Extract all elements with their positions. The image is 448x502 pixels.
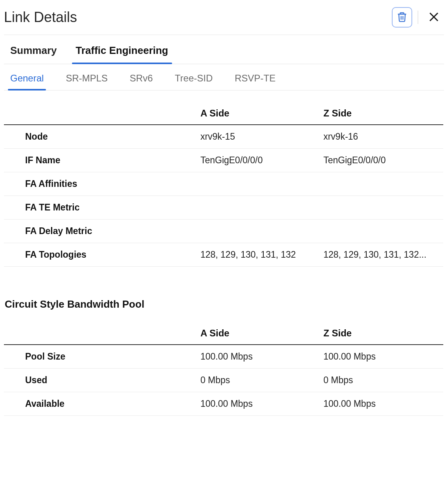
- table-header-row: A Side Z Side: [4, 102, 443, 125]
- cell-node-z: xrv9k-16: [320, 125, 443, 149]
- cell-fa-delay-metric-a: [197, 220, 320, 243]
- table-row: FA Affinities: [4, 172, 443, 196]
- table-row: Node xrv9k-15 xrv9k-16: [4, 125, 443, 149]
- table-header-z-side: Z Side: [320, 322, 443, 345]
- table-row: FA Topologies 128, 129, 130, 131, 132 12…: [4, 243, 443, 267]
- close-button[interactable]: [424, 7, 444, 28]
- secondary-tabs: General SR-MPLS SRv6 Tree-SID RSVP-TE: [4, 64, 444, 90]
- row-label-used: Used: [4, 369, 197, 392]
- row-label-fa-te-metric: FA TE Metric: [4, 196, 197, 220]
- page-title: Link Details: [4, 9, 77, 26]
- cell-used-a: 0 Mbps: [197, 369, 320, 392]
- panel-header: Link Details: [4, 4, 444, 35]
- table-row: Available 100.00 Mbps 100.00 Mbps: [4, 392, 443, 416]
- table-row: IF Name TenGigE0/0/0/0 TenGigE0/0/0/0: [4, 149, 443, 172]
- table-header-empty: [4, 322, 197, 345]
- cell-fa-topologies-z: 128, 129, 130, 131, 132...: [320, 243, 443, 267]
- cell-fa-te-metric-a: [197, 196, 320, 220]
- header-actions: [392, 7, 444, 28]
- main-properties-table: A Side Z Side Node xrv9k-15 xrv9k-16 IF …: [4, 102, 443, 267]
- close-icon: [428, 11, 440, 24]
- vertical-divider: [418, 11, 418, 24]
- trash-icon: [397, 11, 408, 24]
- cell-used-z: 0 Mbps: [320, 369, 443, 392]
- cell-fa-affinities-a: [197, 172, 320, 196]
- row-label-fa-delay-metric: FA Delay Metric: [4, 220, 197, 243]
- table-header-row: A Side Z Side: [4, 322, 443, 345]
- table-header-empty: [4, 102, 197, 125]
- row-label-node: Node: [4, 125, 197, 149]
- delete-button[interactable]: [392, 7, 412, 28]
- cell-available-a: 100.00 Mbps: [197, 392, 320, 416]
- circuit-bandwidth-table: A Side Z Side Pool Size 100.00 Mbps 100.…: [4, 322, 443, 416]
- primary-tabs: Summary Traffic Engineering: [4, 35, 444, 64]
- cell-ifname-a: TenGigE0/0/0/0: [197, 149, 320, 172]
- cell-node-a: xrv9k-15: [197, 125, 320, 149]
- table-row: FA TE Metric: [4, 196, 443, 220]
- row-label-ifname: IF Name: [4, 149, 197, 172]
- cell-fa-topologies-a: 128, 129, 130, 131, 132: [197, 243, 320, 267]
- row-label-available: Available: [4, 392, 197, 416]
- table-row: Used 0 Mbps 0 Mbps: [4, 369, 443, 392]
- table-row: Pool Size 100.00 Mbps 100.00 Mbps: [4, 345, 443, 369]
- table-header-a-side: A Side: [197, 322, 320, 345]
- cell-pool-size-a: 100.00 Mbps: [197, 345, 320, 369]
- cell-pool-size-z: 100.00 Mbps: [320, 345, 443, 369]
- circuit-bandwidth-title: Circuit Style Bandwidth Pool: [4, 298, 443, 310]
- table-row: FA Delay Metric: [4, 220, 443, 243]
- cell-fa-te-metric-z: [320, 196, 443, 220]
- row-label-fa-affinities: FA Affinities: [4, 172, 197, 196]
- table-header-a-side: A Side: [197, 102, 320, 125]
- subtab-srv6[interactable]: SRv6: [130, 73, 153, 90]
- cell-available-z: 100.00 Mbps: [320, 392, 443, 416]
- link-details-panel: Link Details Summary Traffic Engineering…: [0, 0, 448, 494]
- content-scroll[interactable]: A Side Z Side Node xrv9k-15 xrv9k-16 IF …: [4, 90, 444, 494]
- cell-fa-delay-metric-z: [320, 220, 443, 243]
- subtab-tree-sid[interactable]: Tree-SID: [175, 73, 213, 90]
- table-header-z-side: Z Side: [320, 102, 443, 125]
- tab-traffic-engineering[interactable]: Traffic Engineering: [76, 44, 169, 64]
- subtab-rsvp-te[interactable]: RSVP-TE: [235, 73, 275, 90]
- cell-ifname-z: TenGigE0/0/0/0: [320, 149, 443, 172]
- row-label-fa-topologies: FA Topologies: [4, 243, 197, 267]
- tab-summary[interactable]: Summary: [10, 44, 57, 64]
- cell-fa-affinities-z: [320, 172, 443, 196]
- row-label-pool-size: Pool Size: [4, 345, 197, 369]
- subtab-general[interactable]: General: [10, 73, 44, 90]
- subtab-sr-mpls[interactable]: SR-MPLS: [66, 73, 108, 90]
